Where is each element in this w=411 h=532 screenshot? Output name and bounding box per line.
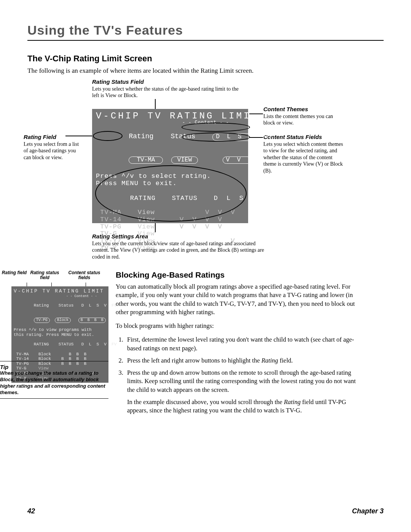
msel-rating: TV-PG (34, 318, 50, 323)
mini-label-content-status: Content status fields (66, 270, 102, 280)
s3a: In the example discussed above, you woul… (127, 398, 284, 406)
vchip-diagram: Rating Status Field Lets you select whet… (27, 82, 384, 276)
mth-rating: RATING (34, 342, 59, 347)
selected-status-pill: VIEW (171, 157, 198, 164)
p2: To block programs with higher ratings: (116, 322, 356, 330)
selected-rating-pill: TV-MA (129, 157, 163, 164)
callout-rating-settings-area: Rating Settings Area Lets you see the cu… (92, 233, 271, 260)
callout-rating-status-field: Rating Status Field Lets you select whet… (92, 78, 244, 99)
mini-help1: Press ^/v to view programs with (14, 328, 106, 332)
ellipse-content-status (182, 133, 250, 142)
s2a: Press the left and right arrow buttons t… (127, 357, 261, 364)
callout-text: Lets you select from a list of age-based… (24, 141, 84, 161)
s2c: field. (278, 357, 293, 364)
callout-title: Content Themes (263, 106, 339, 112)
callout-title: Rating Field (24, 134, 84, 140)
chapter-label: Chapter 3 (352, 507, 384, 515)
s2b: Rating (261, 357, 278, 364)
mini-title: V-CHIP TV RATING LIMIT (14, 289, 106, 294)
ellipse-settings-area (95, 165, 247, 222)
tv-row: TV-PGViewV V V V (96, 224, 244, 231)
mhdr-status: Status (59, 303, 81, 308)
mini-table-header: RATINGSTATUSD L S V FV (14, 337, 106, 352)
mth-status: STATUS (59, 342, 81, 347)
callout-text: Lets you select whether the status of th… (92, 86, 244, 99)
mini-labels: Rating field Rating status field Content… (0, 270, 108, 280)
s3: Press the up and down arrow buttons on t… (127, 369, 356, 393)
callout-title: Content Status Fields (263, 134, 343, 140)
tip-rule-bottom (0, 398, 108, 399)
tip-rule-top (0, 361, 108, 361)
s3b: Rating (284, 398, 301, 406)
step-3: Press the up and down arrow buttons on t… (125, 369, 356, 415)
page-footer: 42 Chapter 3 (27, 507, 384, 515)
tip-head: Tip (0, 364, 108, 370)
hdr-rating: Rating (129, 133, 170, 141)
step-2: Press the left and right arrow buttons t… (125, 356, 356, 365)
mini-header-row: RatingStatusD L S V FV (14, 299, 106, 313)
msel-status: Block (55, 318, 71, 323)
callout-text: Lets you select which content themes to … (263, 141, 343, 174)
callout-title: Rating Status Field (92, 78, 244, 85)
section-blocking-title: Blocking Age-Based Ratings (116, 270, 356, 280)
callout-content-themes: Content Themes Lists the content themes … (263, 106, 339, 126)
chapter-title: Using the TV's Features (27, 23, 384, 38)
selected-themes-pill: V V V (223, 157, 255, 164)
p1: You can automatically block all program … (116, 283, 356, 316)
callout-text: Lets you see the current block/view stat… (92, 240, 271, 260)
section-vchip-title: The V-Chip Rating Limit Screen (27, 54, 384, 64)
mth-themes: D L S V FV (81, 342, 116, 347)
title-rule (27, 40, 384, 41)
callout-content-status-fields: Content Status Fields Lets you select wh… (263, 134, 343, 174)
section-vchip-intro: The following is an example of where ite… (27, 67, 384, 75)
ellipse-content-themes (182, 123, 250, 132)
page-number: 42 (27, 507, 35, 515)
step-1: First, determine the lowest level rating… (125, 335, 356, 353)
msel-themes: B B B B (78, 318, 106, 323)
callout-text: Lists the content themes you can block o… (263, 113, 339, 126)
mhdr-themes: D L S V FV (81, 303, 116, 308)
mini-help2: this rating. Press MENU to exit. (14, 332, 106, 337)
mini-selected-row: TV-PG Block B B B B (14, 313, 106, 328)
tip-body: When you change the status of a rating t… (0, 370, 108, 396)
mini-label-rating-status: Rating status field (29, 270, 61, 280)
mini-label-rating-field: Rating field (0, 270, 29, 280)
mini-content-label: - - Content - - (14, 294, 106, 298)
ellipse-rating-field (93, 131, 123, 141)
steps-list: First, determine the lowest level rating… (125, 335, 356, 415)
step-3-example: In the example discussed above, you woul… (127, 398, 356, 415)
blocking-section: Blocking Age-Based Ratings You can autom… (116, 270, 356, 419)
callout-rating-field: Rating Field Lets you select from a list… (24, 134, 84, 161)
mini-row: TV-MABlock B B B (14, 352, 106, 357)
tip-block: Tip When you change the status of a rati… (0, 359, 108, 401)
callout-title: Rating Settings Area (92, 233, 271, 240)
mhdr-rating: Rating (34, 303, 59, 308)
